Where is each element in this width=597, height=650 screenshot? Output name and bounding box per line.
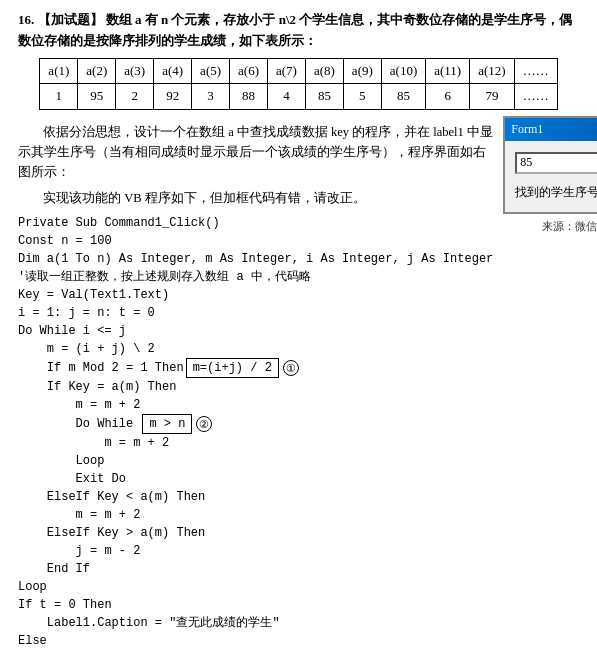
code-line: Const n = 100	[18, 232, 493, 250]
desc1: 依据分治思想，设计一个在数组 a 中查找成绩数据 key 的程序，并在 labe…	[18, 122, 493, 182]
circle-1: ①	[283, 360, 299, 376]
window-input-row: 85 查找	[515, 149, 597, 176]
code-line: If Key = a(m) Then	[18, 378, 493, 396]
table-cell: 88	[230, 84, 268, 110]
keyword-then: Then	[155, 359, 184, 377]
table-header-col: a(2)	[78, 58, 116, 84]
data-table: a(1) a(2) a(3) a(4) a(5) a(6) a(7) a(8) …	[39, 58, 557, 111]
code-line: j = m - 2	[18, 542, 493, 560]
main-content: 依据分治思想，设计一个在数组 a 中查找成绩数据 key 的程序，并在 labe…	[18, 116, 579, 650]
table-cell: 85	[305, 84, 343, 110]
code-line: Loop	[18, 578, 493, 596]
code-line: m = m + 2	[18, 396, 493, 414]
code-line: Else	[18, 632, 493, 650]
circle-2: ②	[196, 416, 212, 432]
table-cell: 85	[381, 84, 425, 110]
code-block: Private Sub Command1_Click() Const n = 1…	[18, 214, 493, 650]
table-cell: 2	[116, 84, 154, 110]
code-box-2: m > n	[142, 414, 192, 434]
code-line: Label1.Caption = "查无此成绩的学生"	[18, 614, 493, 632]
table-cell: 79	[470, 84, 514, 110]
code-line: Key = Val(Text1.Text)	[18, 286, 493, 304]
code-box-1: m=(i+j) / 2	[186, 358, 279, 378]
table-cell: 3	[192, 84, 230, 110]
table-header-col: ……	[514, 58, 557, 84]
question-number: 16. 【加试题】 数组 a 有 n 个元素，存放小于 n\2 个学生信息，其中…	[18, 10, 579, 52]
table-header-col: a(9)	[343, 58, 381, 84]
code-line: ElseIf Key > a(m) Then	[18, 524, 493, 542]
table-header-col: a(7)	[267, 58, 305, 84]
code-line: m = m + 2	[18, 506, 493, 524]
code-line: Loop	[18, 452, 493, 470]
vb-window: Form1 _ □ × 85 查找 找到的学生序号：5 来源：微信公众号——高中…	[503, 116, 597, 650]
table-header-col: a(4)	[154, 58, 192, 84]
table-cell: 6	[426, 84, 470, 110]
source-note: 来源：微信公众号——高中选考100分	[503, 218, 597, 236]
code-line: '读取一组正整数，按上述规则存入数组 a 中，代码略	[18, 268, 493, 286]
table-cell: 92	[154, 84, 192, 110]
table-header-col: a(10)	[381, 58, 425, 84]
table-header-col: a(1)	[40, 58, 78, 84]
code-line: End If	[18, 560, 493, 578]
table-cell: 5	[343, 84, 381, 110]
table-header-col: a(11)	[426, 58, 470, 84]
code-line: Do While i <= j	[18, 322, 493, 340]
code-line: If m Mod 2 = 1 Then m=(i+j) / 2 ①	[18, 358, 493, 378]
table-cell: 4	[267, 84, 305, 110]
code-section: 依据分治思想，设计一个在数组 a 中查找成绩数据 key 的程序，并在 labe…	[18, 116, 493, 650]
table-header-col: a(12)	[470, 58, 514, 84]
window-titlebar: Form1 _ □ ×	[505, 118, 597, 141]
table-header-col: a(3)	[116, 58, 154, 84]
code-line: i = 1: j = n: t = 0	[18, 304, 493, 322]
code-line: If t = 0 Then	[18, 596, 493, 614]
table-cell: 1	[40, 84, 78, 110]
table-header-col: a(5)	[192, 58, 230, 84]
window-body: 85 查找 找到的学生序号：5	[505, 141, 597, 211]
code-line: Exit Do	[18, 470, 493, 488]
result-label: 找到的学生序号：5	[515, 183, 597, 202]
code-line: Private Sub Command1_Click()	[18, 214, 493, 232]
search-textbox[interactable]: 85	[515, 152, 597, 174]
table-cell: 95	[78, 84, 116, 110]
table-header-col: a(8)	[305, 58, 343, 84]
window-title: Form1	[511, 120, 543, 139]
code-line: m = (i + j) \ 2	[18, 340, 493, 358]
code-line: Dim a(1 To n) As Integer, m As Integer, …	[18, 250, 493, 268]
table-cell: ……	[514, 84, 557, 110]
table-header-col: a(6)	[230, 58, 268, 84]
desc2: 实现该功能的 VB 程序如下，但加框代码有错，请改正。	[18, 188, 493, 208]
code-line: m = m + 2	[18, 434, 493, 452]
code-line: ElseIf Key < a(m) Then	[18, 488, 493, 506]
window-frame: Form1 _ □ × 85 查找 找到的学生序号：5	[503, 116, 597, 214]
code-line: Do While m > n ②	[18, 414, 493, 434]
